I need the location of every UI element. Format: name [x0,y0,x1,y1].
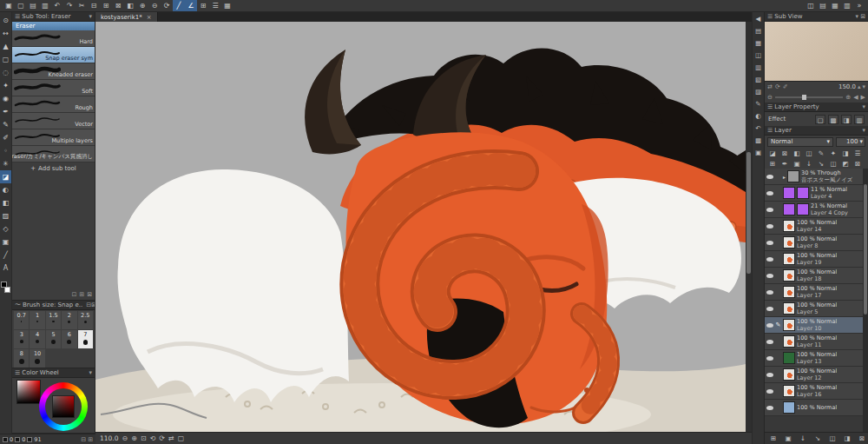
layer-thumbnail[interactable] [783,220,795,232]
ruler-tool-icon[interactable]: ╱ [0,249,11,262]
tool-panel-icon[interactable]: ✎ [753,98,764,110]
brush-size-option[interactable]: 1.5 [46,311,61,329]
layer-panel-icon[interactable]: ▧ [753,74,764,86]
layer-mask-thumbnail[interactable] [797,203,809,215]
navigator-panel-icon[interactable]: ◫ [753,50,764,62]
layer-row[interactable]: 100 % NormalLayer 13 [765,350,863,367]
panel-menu-icon[interactable]: ☰ [15,13,20,20]
new-layer-icon[interactable]: ⊞ [768,434,779,443]
delete-subtool-icon[interactable]: ⊠ [87,291,92,298]
layer-row[interactable]: 100 % Normal [765,400,863,416]
undo-icon[interactable]: ↶ [51,0,63,11]
selection-tool-icon[interactable]: ▢ [0,53,11,66]
fit-to-screen-icon[interactable]: ⊡ [141,434,147,442]
layer-thumbnail[interactable] [783,203,795,215]
close-panel-icon[interactable]: ⊠ [91,302,95,308]
wand-tool-icon[interactable]: ✦ [0,79,11,92]
two-pane-view-icon[interactable]: ◨ [840,149,851,158]
add-subtool-icon[interactable]: ⊞ [79,291,84,298]
layer-property-panel-header[interactable]: ☰ Layer Property ▾ [765,103,868,112]
zoom-in-icon[interactable]: ⊕ [131,434,137,442]
save-icon[interactable]: ▥ [39,0,51,11]
snap-to-special-ruler-icon[interactable]: ∠ [185,0,197,11]
close-tab-icon[interactable]: × [147,14,152,21]
panel-menu-icon[interactable]: ☰ [767,127,773,134]
flip-horizontal-icon[interactable]: ⇄ [168,434,174,442]
color-panel-icon[interactable]: ◐ [753,110,764,123]
layer-thumbnail[interactable] [783,385,795,397]
minimize-panel-icon[interactable]: ⊟ [81,436,86,443]
brush-size-option[interactable]: 3 [14,330,29,348]
delete-icon[interactable]: ⊠ [112,0,124,11]
reset-rotation-icon[interactable]: ▢ [178,434,185,442]
paste-icon[interactable]: ⊞ [100,0,112,11]
document-tab[interactable]: kostyaserik1* × [95,12,158,22]
fill-tool-icon[interactable]: ◧ [0,196,11,209]
app-logo-icon[interactable]: ▣ [3,0,15,11]
layer-visibility-icon[interactable] [766,175,773,179]
brush-size-option[interactable]: 10 [30,349,44,368]
rotate-right-icon[interactable]: ⟳ [159,434,165,442]
brush-size-option[interactable]: 7 [78,330,93,348]
layer-row[interactable]: 100 % NormalLayer 18 [765,268,863,284]
reference-layer-icon[interactable]: ✦ [828,149,838,158]
mask-visibility-icon[interactable]: ◩ [840,159,851,169]
subview-zoom-in-icon[interactable]: ⊕ [845,94,851,101]
layer-visibility-icon[interactable] [766,290,773,295]
subtool-group-tab[interactable]: Eraser [12,22,95,30]
collapse-panel-icon[interactable]: ▾ [89,369,92,376]
transfer-down-icon[interactable]: ↓ [804,159,814,169]
layer-visibility-icon[interactable] [766,191,773,195]
sub-color-swatch[interactable] [4,287,10,293]
brush-size-panel-header[interactable]: 〜 Brush size: Snap e.. ⊟⊠ [12,301,95,310]
rotate-left-icon[interactable]: ⟲ [150,434,156,442]
zoom-out-icon[interactable]: ⊖ [122,434,128,442]
layer-row[interactable]: ▸30 % Through音ポスター風ノイズ [765,169,863,185]
subtool-item[interactable]: Vector [12,113,95,129]
layer-thumbnail[interactable] [783,253,795,265]
zoom-in-icon[interactable]: ⊕ [136,0,148,11]
subtool-item[interactable]: Snap eraser sym [12,47,95,63]
blend-mode-select[interactable]: Normal ▾ [767,137,833,147]
canvas-viewport[interactable] [95,22,752,432]
subtool-panel-header[interactable]: ☰ Sub Tool: Eraser ▾ [12,12,95,22]
collapse-panel-icon[interactable]: ▾ [862,127,865,134]
slider-thumb[interactable] [802,95,806,100]
lasso-tool-icon[interactable]: ◌ [0,66,11,79]
add-subtool-button[interactable]: + Add sub tool [12,162,95,175]
new-folder-icon[interactable]: ▣ [783,434,793,443]
layer-thumbnail[interactable] [783,236,795,249]
workspace-panels-icon-3[interactable]: ▦ [829,0,841,11]
layer-row[interactable]: 100 % NormalLayer 8 [765,235,863,251]
layer-visibility-icon[interactable] [766,274,773,278]
layer-visibility-icon[interactable] [766,257,773,262]
airbrush-tool-icon[interactable]: ◦ [0,144,11,157]
decoration-tool-icon[interactable]: ✳ [0,157,11,170]
layer-thumbnail[interactable] [783,335,795,348]
subview-next-image-icon[interactable]: ▶ [861,94,865,101]
layer-visibility-icon[interactable] [766,224,773,229]
delete-layer-icon[interactable]: ⊠ [852,159,863,169]
layer-visibility-icon[interactable] [766,389,773,394]
panel-menu-icon[interactable]: ☰ [767,103,773,110]
layer-visibility-icon[interactable] [766,340,773,344]
layer-thumbnail[interactable] [787,170,799,182]
palette-menu-icon[interactable]: ☰ [852,149,863,158]
layer-thumbnail[interactable] [783,187,795,199]
two-pane-icon[interactable]: ◨ [842,434,852,443]
lock-transparent-pixels-icon[interactable]: ◧ [792,149,802,158]
collapse-panel-icon[interactable]: ▾ [856,13,859,20]
layer-row[interactable]: 11 % NormalLayer 4 [765,185,863,202]
zoom-step-down-icon[interactable]: ▾ [862,83,865,90]
show-ruler-icon[interactable]: ☰ [209,0,221,11]
brush-size-option[interactable]: 4 [30,330,44,348]
rotate-image-icon[interactable]: ⟳ [775,83,780,90]
collapse-panel-icon[interactable]: ▾ [89,13,92,20]
layer-visibility-icon[interactable] [766,307,773,311]
material-panel-icon[interactable]: ▦ [753,37,764,50]
layer-color-effect-icon[interactable]: ◨ [841,115,852,124]
layer-thumbnail[interactable] [783,368,795,381]
border-effect-icon[interactable]: ▢ [815,115,825,124]
brush-size-option[interactable]: 5 [46,330,61,348]
object-tool-icon[interactable]: ▲ [0,40,11,53]
